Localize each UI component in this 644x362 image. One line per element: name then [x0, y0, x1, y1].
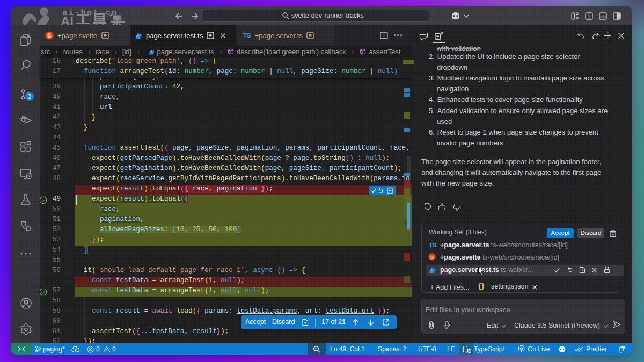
svg-text:S: S: [47, 32, 51, 39]
svg-text:s: s: [140, 35, 142, 39]
svg-text:S: S: [430, 254, 434, 260]
